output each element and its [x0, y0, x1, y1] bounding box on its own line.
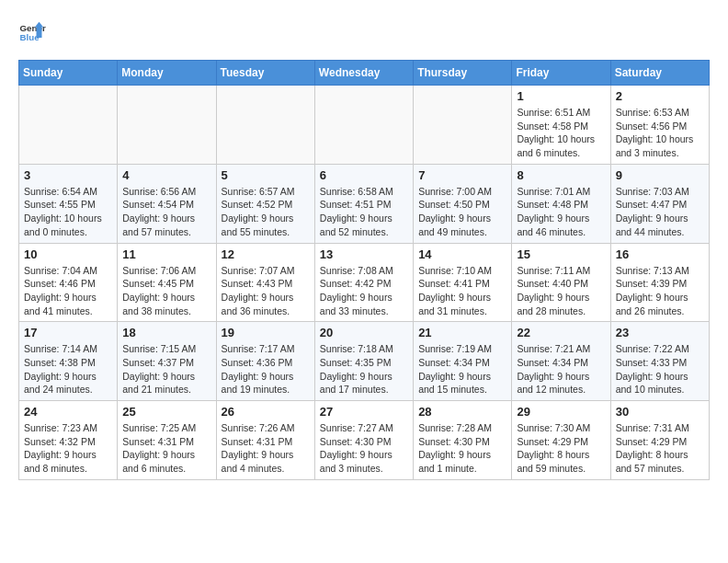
day-number: 21	[418, 326, 506, 339]
day-info: Sunrise: 7:00 AM Sunset: 4:50 PM Dayligh…	[418, 185, 506, 239]
calendar-cell: 12Sunrise: 7:07 AM Sunset: 4:43 PM Dayli…	[216, 243, 314, 322]
calendar-cell	[414, 86, 512, 165]
calendar-cell: 8Sunrise: 7:01 AM Sunset: 4:48 PM Daylig…	[512, 164, 610, 243]
day-number: 12	[222, 247, 310, 261]
header: General Blue	[18, 18, 710, 46]
week-row-1: 1Sunrise: 6:51 AM Sunset: 4:58 PM Daylig…	[19, 86, 710, 165]
weekday-header-thursday: Thursday	[414, 61, 512, 86]
day-number: 20	[320, 326, 408, 339]
day-info: Sunrise: 7:01 AM Sunset: 4:48 PM Dayligh…	[517, 185, 605, 239]
calendar-cell: 19Sunrise: 7:17 AM Sunset: 4:36 PM Dayli…	[216, 322, 314, 401]
day-info: Sunrise: 7:19 AM Sunset: 4:34 PM Dayligh…	[418, 342, 506, 396]
day-info: Sunrise: 6:51 AM Sunset: 4:58 PM Dayligh…	[517, 106, 605, 160]
day-info: Sunrise: 7:30 AM Sunset: 4:29 PM Dayligh…	[517, 421, 605, 476]
day-info: Sunrise: 7:14 AM Sunset: 4:38 PM Dayligh…	[24, 342, 112, 396]
week-row-3: 10Sunrise: 7:04 AM Sunset: 4:46 PM Dayli…	[19, 243, 710, 322]
weekday-header-saturday: Saturday	[610, 61, 709, 86]
calendar-cell: 2Sunrise: 6:53 AM Sunset: 4:56 PM Daylig…	[610, 86, 709, 165]
weekday-header-friday: Friday	[512, 61, 610, 86]
day-number: 13	[320, 247, 408, 261]
day-info: Sunrise: 7:22 AM Sunset: 4:33 PM Dayligh…	[616, 342, 704, 396]
day-number: 30	[616, 405, 704, 419]
calendar-cell: 28Sunrise: 7:28 AM Sunset: 4:30 PM Dayli…	[414, 401, 512, 480]
weekday-header-wednesday: Wednesday	[314, 61, 413, 86]
calendar-cell	[314, 86, 413, 165]
day-number: 18	[122, 326, 210, 339]
day-info: Sunrise: 6:54 AM Sunset: 4:55 PM Dayligh…	[24, 185, 112, 239]
calendar-cell: 11Sunrise: 7:06 AM Sunset: 4:45 PM Dayli…	[118, 243, 216, 322]
calendar-cell: 17Sunrise: 7:14 AM Sunset: 4:38 PM Dayli…	[19, 322, 118, 401]
weekday-header-row: SundayMondayTuesdayWednesdayThursdayFrid…	[19, 61, 710, 86]
day-info: Sunrise: 6:56 AM Sunset: 4:54 PM Dayligh…	[122, 185, 210, 239]
day-number: 23	[616, 326, 704, 339]
calendar-cell: 27Sunrise: 7:27 AM Sunset: 4:30 PM Dayli…	[314, 401, 413, 480]
calendar-cell: 1Sunrise: 6:51 AM Sunset: 4:58 PM Daylig…	[512, 86, 610, 165]
day-number: 26	[222, 405, 310, 419]
day-info: Sunrise: 6:58 AM Sunset: 4:51 PM Dayligh…	[320, 185, 408, 239]
day-number: 5	[222, 168, 310, 182]
day-info: Sunrise: 7:07 AM Sunset: 4:43 PM Dayligh…	[222, 264, 310, 318]
week-row-4: 17Sunrise: 7:14 AM Sunset: 4:38 PM Dayli…	[19, 322, 710, 401]
day-info: Sunrise: 7:10 AM Sunset: 4:41 PM Dayligh…	[418, 264, 506, 318]
logo-icon: General Blue	[18, 18, 46, 46]
calendar-cell	[118, 86, 216, 165]
day-number: 16	[616, 247, 704, 261]
day-info: Sunrise: 6:53 AM Sunset: 4:56 PM Dayligh…	[616, 106, 704, 160]
day-number: 1	[517, 89, 605, 103]
day-info: Sunrise: 7:03 AM Sunset: 4:47 PM Dayligh…	[616, 185, 704, 239]
day-info: Sunrise: 7:18 AM Sunset: 4:35 PM Dayligh…	[320, 342, 408, 396]
weekday-header-monday: Monday	[118, 61, 216, 86]
day-info: Sunrise: 7:13 AM Sunset: 4:39 PM Dayligh…	[616, 264, 704, 318]
day-info: Sunrise: 7:21 AM Sunset: 4:34 PM Dayligh…	[517, 342, 605, 396]
day-info: Sunrise: 7:17 AM Sunset: 4:36 PM Dayligh…	[222, 342, 310, 396]
day-number: 19	[222, 326, 310, 339]
weekday-header-sunday: Sunday	[19, 61, 118, 86]
day-info: Sunrise: 6:57 AM Sunset: 4:52 PM Dayligh…	[222, 185, 310, 239]
day-number: 8	[517, 168, 605, 182]
day-info: Sunrise: 7:26 AM Sunset: 4:31 PM Dayligh…	[222, 421, 310, 476]
day-info: Sunrise: 7:11 AM Sunset: 4:40 PM Dayligh…	[517, 264, 605, 318]
day-number: 11	[122, 247, 210, 261]
calendar-cell: 22Sunrise: 7:21 AM Sunset: 4:34 PM Dayli…	[512, 322, 610, 401]
day-number: 28	[418, 405, 506, 419]
week-row-5: 24Sunrise: 7:23 AM Sunset: 4:32 PM Dayli…	[19, 401, 710, 480]
svg-text:General: General	[20, 23, 47, 33]
calendar-cell: 7Sunrise: 7:00 AM Sunset: 4:50 PM Daylig…	[414, 164, 512, 243]
day-info: Sunrise: 7:15 AM Sunset: 4:37 PM Dayligh…	[122, 342, 210, 396]
calendar-cell: 24Sunrise: 7:23 AM Sunset: 4:32 PM Dayli…	[19, 401, 118, 480]
calendar-cell: 23Sunrise: 7:22 AM Sunset: 4:33 PM Dayli…	[610, 322, 709, 401]
day-number: 29	[517, 405, 605, 419]
day-info: Sunrise: 7:28 AM Sunset: 4:30 PM Dayligh…	[418, 421, 506, 476]
calendar-cell: 10Sunrise: 7:04 AM Sunset: 4:46 PM Dayli…	[19, 243, 118, 322]
day-number: 3	[24, 168, 112, 182]
day-info: Sunrise: 7:08 AM Sunset: 4:42 PM Dayligh…	[320, 264, 408, 318]
day-info: Sunrise: 7:04 AM Sunset: 4:46 PM Dayligh…	[24, 264, 112, 318]
day-number: 22	[517, 326, 605, 339]
calendar-table: SundayMondayTuesdayWednesdayThursdayFrid…	[18, 60, 710, 480]
calendar-cell: 16Sunrise: 7:13 AM Sunset: 4:39 PM Dayli…	[610, 243, 709, 322]
day-number: 15	[517, 247, 605, 261]
day-number: 27	[320, 405, 408, 419]
calendar-cell: 18Sunrise: 7:15 AM Sunset: 4:37 PM Dayli…	[118, 322, 216, 401]
day-number: 9	[616, 168, 704, 182]
day-number: 24	[24, 405, 112, 419]
calendar-cell: 26Sunrise: 7:26 AM Sunset: 4:31 PM Dayli…	[216, 401, 314, 480]
day-info: Sunrise: 7:27 AM Sunset: 4:30 PM Dayligh…	[320, 421, 408, 476]
day-info: Sunrise: 7:31 AM Sunset: 4:29 PM Dayligh…	[616, 421, 704, 476]
calendar-cell: 3Sunrise: 6:54 AM Sunset: 4:55 PM Daylig…	[19, 164, 118, 243]
day-number: 17	[24, 326, 112, 339]
calendar-cell: 6Sunrise: 6:58 AM Sunset: 4:51 PM Daylig…	[314, 164, 413, 243]
calendar-cell: 25Sunrise: 7:25 AM Sunset: 4:31 PM Dayli…	[118, 401, 216, 480]
calendar-cell	[19, 86, 118, 165]
day-number: 14	[418, 247, 506, 261]
day-info: Sunrise: 7:23 AM Sunset: 4:32 PM Dayligh…	[24, 421, 112, 476]
day-number: 6	[320, 168, 408, 182]
weekday-header-tuesday: Tuesday	[216, 61, 314, 86]
day-number: 7	[418, 168, 506, 182]
calendar-cell: 5Sunrise: 6:57 AM Sunset: 4:52 PM Daylig…	[216, 164, 314, 243]
day-number: 4	[122, 168, 210, 182]
calendar-cell: 14Sunrise: 7:10 AM Sunset: 4:41 PM Dayli…	[414, 243, 512, 322]
calendar-cell	[216, 86, 314, 165]
calendar-cell: 20Sunrise: 7:18 AM Sunset: 4:35 PM Dayli…	[314, 322, 413, 401]
calendar-cell: 30Sunrise: 7:31 AM Sunset: 4:29 PM Dayli…	[610, 401, 709, 480]
